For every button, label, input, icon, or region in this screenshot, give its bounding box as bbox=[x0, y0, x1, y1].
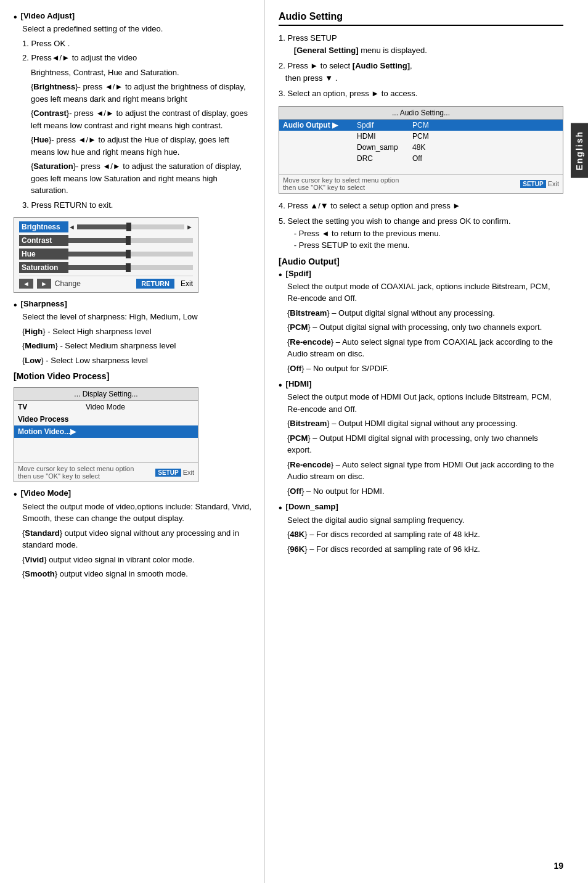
sharpness-desc: Select the level of sharpness: High, Med… bbox=[22, 311, 253, 323]
step-5: 5. Select the setting you wish to change… bbox=[279, 215, 563, 252]
step2-text: Press ► to select [Audio Setting], then … bbox=[279, 61, 412, 83]
spdif-body: Select the output mode of COAXIAL jack, … bbox=[287, 281, 563, 375]
exit-label: Exit bbox=[181, 279, 193, 288]
display-setup-badge: SETUP Exit bbox=[155, 469, 194, 476]
right-column: Audio Setting 1. Press SETUP [General Se… bbox=[265, 0, 588, 883]
spdif-bitstream: {Bitstream} – Output digital signal with… bbox=[287, 307, 563, 319]
sharpness-body: Select the level of sharpness: High, Med… bbox=[22, 311, 253, 366]
hue-track bbox=[68, 252, 193, 257]
page-number: 19 bbox=[553, 861, 563, 871]
motion-video-header: [Motion Video Process] bbox=[14, 371, 253, 381]
audio-drc-row: DRC Off bbox=[279, 153, 563, 164]
contrast-track bbox=[68, 238, 193, 243]
step1-sub: [General Setting] menu is displayed. bbox=[287, 46, 427, 55]
step2-num: 2. bbox=[279, 61, 287, 70]
setup-badge-text: SETUP bbox=[155, 469, 181, 477]
sharpness-section: [Sharpness] Select the level of sharpnes… bbox=[14, 299, 253, 366]
hdmi-header: [HDMI] bbox=[286, 379, 312, 388]
display-widget: ... Display Setting... TV Video Mode Vid… bbox=[14, 387, 198, 482]
hue-bar bbox=[68, 252, 193, 257]
audio-setup-badge-container: SETUP Exit bbox=[520, 180, 559, 187]
downsamp-body: Select the digital audio signal sampling… bbox=[287, 514, 563, 556]
display-videoprocess-label: Video Process bbox=[18, 415, 86, 424]
brightness-fill bbox=[77, 224, 131, 229]
audio-exit-label: Exit bbox=[548, 180, 559, 187]
spdif-pcm: {PCM} – Output digital signal with proce… bbox=[287, 321, 563, 334]
brightness-slider-row: Brightness ◄ ► bbox=[19, 221, 193, 232]
video-adjust-header: [Video Adjust] bbox=[21, 11, 75, 20]
hue-label: Hue bbox=[19, 248, 68, 260]
change-label: Change bbox=[55, 279, 81, 288]
video-adjust-section: [Video Adjust] Select a predefined setti… bbox=[14, 11, 253, 211]
video-mode-section: [Video Mode] Select the output mode of v… bbox=[14, 488, 253, 580]
audio-col1-header: Audio Output ▶ bbox=[283, 121, 357, 129]
saturation-label: Saturation bbox=[19, 262, 68, 273]
audio-widget-spacer bbox=[279, 164, 563, 174]
saturation-fill bbox=[68, 265, 131, 270]
spdif-section: [Spdif] Select the output mode of COAXIA… bbox=[279, 269, 563, 375]
audio-hdmi-col3: PCM bbox=[412, 132, 559, 141]
audio-downsamp-col1 bbox=[283, 143, 357, 152]
step5-num: 5. bbox=[279, 216, 287, 226]
return-btn[interactable]: RETURN bbox=[136, 279, 174, 289]
hue-thumb bbox=[126, 250, 131, 258]
step1-text: Press SETUP bbox=[287, 33, 337, 43]
audio-drc-col3: Off bbox=[412, 154, 559, 163]
audio-col2-header: Spdif bbox=[357, 121, 412, 129]
brightness-thumb bbox=[126, 223, 131, 231]
display-motionvideo-label: Motion Video...▶ bbox=[18, 427, 86, 436]
sharpness-medium: {Medium} - Select Medium sharpness level bbox=[22, 340, 253, 352]
slider-left-btn[interactable]: ◄ bbox=[19, 279, 33, 289]
step-3: 3. Select an option, press ► to access. bbox=[279, 88, 563, 100]
step5-text: Select the setting you wish to change an… bbox=[287, 216, 510, 226]
contrast-bar bbox=[68, 238, 193, 243]
contrast-slider-row: Contrast bbox=[19, 235, 193, 246]
step4-text: Press ▲/▼ to select a setup option and p… bbox=[287, 201, 460, 210]
video-mode-header: [Video Mode] bbox=[21, 488, 71, 498]
step4-num: 4. bbox=[279, 201, 287, 210]
step1-num: 1. bbox=[279, 33, 287, 43]
video-adjust-step1: 1. Press OK . bbox=[22, 38, 253, 50]
step3-text: Select an option, press ► to access. bbox=[287, 89, 417, 98]
display-exit-label: Exit bbox=[183, 469, 194, 476]
audio-footer-text: Move cursor key to select menu option th… bbox=[283, 176, 399, 191]
step3-num: 3. bbox=[279, 89, 287, 98]
display-tv-value: Video Mode bbox=[86, 403, 194, 411]
video-adjust-step2b: Brightness, Contrast, Hue and Saturation… bbox=[31, 67, 253, 79]
sharpness-high: {High} - Select High sharpness level bbox=[22, 326, 253, 338]
audio-drc-col1 bbox=[283, 154, 357, 163]
left-column: [Video Adjust] Select a predefined setti… bbox=[0, 0, 265, 883]
motion-video-section: [Motion Video Process] ... Display Setti… bbox=[14, 371, 253, 482]
step-1: 1. Press SETUP [General Setting] menu is… bbox=[279, 32, 563, 56]
downsamp-96k: {96K} – For discs recorded at sampling r… bbox=[287, 543, 563, 556]
video-adjust-step3: 3. Press RETURN to exit. bbox=[22, 199, 253, 212]
saturation-text: {Saturation}- press ◄/► to adjust the sa… bbox=[31, 160, 253, 197]
slider-right-btn[interactable]: ► bbox=[37, 279, 51, 289]
audio-hdmi-row: HDMI PCM bbox=[279, 131, 563, 142]
audio-hdmi-col2: HDMI bbox=[357, 132, 412, 141]
brightness-left-arrow: ◄ bbox=[68, 223, 75, 231]
spdif-header: [Spdif] bbox=[286, 269, 311, 278]
step5-sub1: - Press ◄ to return to the previous menu… bbox=[287, 229, 441, 238]
audio-widget-footer: Move cursor key to select menu option th… bbox=[279, 174, 563, 193]
audio-downsamp-col3: 48K bbox=[412, 143, 559, 152]
step-2: 2. Press ► to select [Audio Setting], th… bbox=[279, 60, 563, 84]
audio-output-header: [Audio Output] bbox=[279, 257, 563, 266]
contrast-text: {Contrast}- press ◄/► to adjust the cont… bbox=[31, 107, 253, 131]
display-tv-row: TV Video Mode bbox=[14, 401, 198, 413]
brightness-bar: ◄ ► bbox=[68, 223, 193, 231]
hdmi-desc: Select the output mode of HDMI Out jack,… bbox=[287, 391, 563, 415]
hue-fill bbox=[68, 252, 131, 257]
audio-header-row: Audio Output ▶ Spdif PCM bbox=[279, 120, 563, 131]
display-tv-label: TV bbox=[18, 403, 86, 411]
step-4: 4. Press ▲/▼ to select a setup option an… bbox=[279, 200, 563, 212]
display-widget-title: ... Display Setting... bbox=[14, 388, 198, 401]
audio-hdmi-col1 bbox=[283, 132, 357, 141]
brightness-track bbox=[77, 224, 184, 229]
downsamp-48k: {48K} – For discs recorded at sampling r… bbox=[287, 528, 563, 541]
hdmi-off: {Off} – No output for HDMI. bbox=[287, 485, 563, 498]
audio-col3-header: PCM bbox=[412, 121, 559, 129]
saturation-track bbox=[68, 265, 193, 270]
spdif-desc: Select the output mode of COAXIAL jack, … bbox=[287, 281, 563, 305]
audio-widget: ... Audio Setting... Audio Output ▶ Spdi… bbox=[279, 106, 563, 194]
